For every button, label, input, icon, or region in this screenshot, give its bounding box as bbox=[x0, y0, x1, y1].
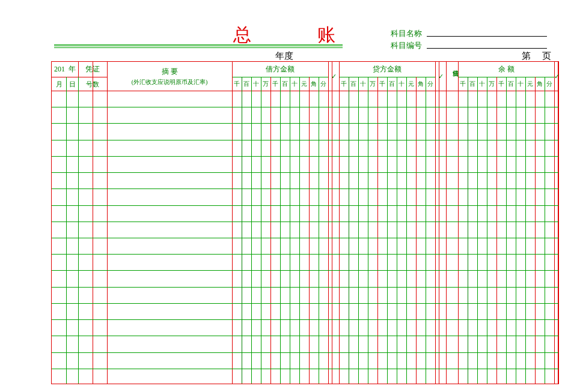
subject-code-label: 科目编号 bbox=[391, 40, 422, 51]
row-line bbox=[52, 123, 558, 124]
row-line bbox=[52, 303, 558, 304]
row-line bbox=[52, 222, 558, 222]
row-line bbox=[52, 369, 558, 369]
page-title: 总账 bbox=[0, 23, 568, 47]
digit-header: 千 bbox=[339, 80, 349, 88]
digit-header: 十 bbox=[290, 80, 299, 88]
digit-header: 十 bbox=[397, 80, 406, 88]
digit-header: 角 bbox=[309, 80, 319, 88]
digit-header: 百 bbox=[242, 80, 251, 88]
row-line bbox=[52, 287, 558, 288]
subject-name-label: 科目名称 bbox=[391, 28, 422, 39]
check-header-2: ✓ bbox=[435, 73, 446, 80]
digit-header: 十 bbox=[477, 80, 487, 88]
voucher-no-header: 号数 bbox=[78, 80, 107, 88]
month-header: 月 bbox=[52, 80, 66, 88]
digit-header: 万 bbox=[487, 80, 496, 88]
digit-header: 百 bbox=[387, 80, 397, 88]
row-line bbox=[52, 107, 558, 107]
row-line bbox=[52, 205, 558, 206]
ledger-page: 总账 科目名称 科目编号 年度 第 页 201 年 bbox=[0, 0, 568, 392]
digit-header: 万 bbox=[261, 80, 270, 88]
title-underline bbox=[54, 44, 343, 46]
ledger-frame: 201 年 凭证 月 日 号数 摘 要 (外汇收支应说明原币及汇率) 借方金额 … bbox=[51, 61, 559, 384]
year-suffix: 年 bbox=[69, 65, 76, 73]
row-line bbox=[52, 238, 558, 238]
summary-note: (外汇收支应说明原币及汇率) bbox=[107, 79, 232, 85]
digit-header: 千 bbox=[232, 80, 242, 88]
digit-header: 千 bbox=[377, 80, 387, 88]
summary-header: 摘 要 bbox=[107, 68, 232, 76]
digit-header: 百 bbox=[349, 80, 358, 88]
year-heading: 年度 bbox=[0, 50, 568, 62]
row-line bbox=[52, 270, 558, 271]
digit-header: 分 bbox=[545, 80, 554, 88]
voucher-header: 凭证 bbox=[78, 65, 107, 73]
digit-header: 十 bbox=[358, 80, 368, 88]
subject-code-field[interactable] bbox=[427, 48, 547, 49]
row-line bbox=[52, 156, 558, 157]
year-prefix-header: 201 年 bbox=[52, 65, 78, 73]
digit-header: 元 bbox=[525, 80, 535, 88]
row-line bbox=[52, 254, 558, 255]
digit-header: 元 bbox=[299, 80, 309, 88]
page-number: 第 页 bbox=[522, 50, 551, 62]
digit-header: 元 bbox=[406, 80, 416, 88]
digit-header: 角 bbox=[535, 80, 545, 88]
digit-header: 分 bbox=[319, 80, 328, 88]
digit-header: 角 bbox=[416, 80, 426, 88]
year-prefix: 201 bbox=[54, 65, 65, 73]
row-line bbox=[52, 352, 558, 353]
digit-header: 分 bbox=[426, 80, 435, 88]
page-prefix: 第 bbox=[522, 51, 531, 61]
check-header-3: ✓ bbox=[554, 73, 560, 80]
digit-header: 千 bbox=[458, 80, 468, 88]
row-line bbox=[52, 140, 558, 140]
digit-header: 十 bbox=[251, 80, 261, 88]
digit-header: 千 bbox=[270, 80, 280, 88]
digit-header: 百 bbox=[468, 80, 477, 88]
row-line bbox=[52, 319, 558, 320]
digit-header: 百 bbox=[506, 80, 516, 88]
row-line bbox=[52, 336, 558, 336]
page-suffix: 页 bbox=[542, 51, 551, 61]
row-line bbox=[52, 188, 558, 189]
digit-header: 十 bbox=[516, 80, 525, 88]
check-header-1: ✓ bbox=[328, 73, 339, 80]
digit-header: 百 bbox=[280, 80, 290, 88]
hline bbox=[52, 77, 107, 77]
digit-header: 万 bbox=[368, 80, 377, 88]
subject-name-field[interactable] bbox=[427, 36, 547, 37]
row-line bbox=[52, 172, 558, 173]
day-header: 日 bbox=[66, 80, 78, 88]
digit-header: 千 bbox=[496, 80, 506, 88]
